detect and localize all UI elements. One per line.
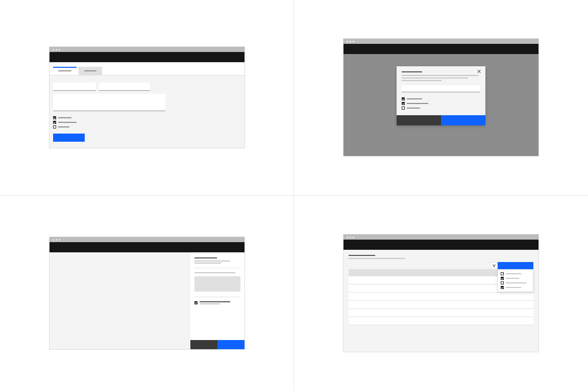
divider: [194, 268, 240, 268]
checkbox-row: [194, 301, 240, 304]
table-row[interactable]: [349, 317, 533, 325]
modal-primary-button[interactable]: [441, 115, 485, 125]
table-toolbar: [349, 262, 533, 269]
table-primary-button[interactable]: [498, 262, 533, 269]
checkbox-label: [407, 103, 428, 104]
panel-secondary-button[interactable]: [190, 340, 217, 349]
window-titlebar: [50, 47, 244, 52]
checkbox-row: [402, 97, 480, 100]
checkbox-row: [53, 125, 241, 128]
filter-option-label: [506, 273, 521, 274]
checkbox-label: [200, 301, 230, 302]
modal-dialog: [397, 66, 485, 125]
window-dot-icon: [353, 237, 354, 238]
checkbox-sublabel: [200, 303, 220, 304]
checkbox-label: [58, 126, 69, 127]
page-overlay: [344, 54, 538, 156]
window-dot-icon: [56, 239, 57, 241]
filter-option-label: [506, 282, 526, 283]
data-table-wireframe: [343, 234, 539, 352]
panel-primary-button[interactable]: [217, 340, 244, 349]
app-header: [344, 44, 538, 54]
table-row[interactable]: [349, 309, 533, 317]
text-input-1[interactable]: [53, 83, 96, 91]
tab-one[interactable]: [53, 67, 77, 75]
window-titlebar: [344, 39, 538, 44]
modal-pattern-wireframe: [343, 38, 539, 157]
modal-body-text: [402, 75, 478, 76]
window-dot-icon: [350, 41, 351, 42]
checkbox[interactable]: [53, 116, 56, 119]
checkbox-label: [407, 108, 420, 109]
filter-option-label: [506, 287, 521, 288]
checkbox-row: [402, 107, 480, 110]
checkbox[interactable]: [501, 281, 504, 284]
panel-description: [194, 260, 230, 262]
window-dot-icon: [59, 49, 60, 50]
app-header: [50, 242, 244, 252]
checkbox[interactable]: [501, 277, 504, 280]
window-titlebar: [344, 234, 538, 240]
tab-two[interactable]: [79, 67, 102, 75]
content-block: [194, 276, 240, 292]
window-dot-icon: [53, 49, 54, 50]
table-title: [349, 255, 375, 256]
window-dot-icon: [347, 237, 348, 238]
checkbox-label: [58, 122, 77, 123]
table-row[interactable]: [349, 301, 533, 309]
panel-text: [194, 272, 235, 273]
checkbox[interactable]: [402, 97, 405, 100]
checkbox[interactable]: [402, 107, 405, 110]
form-page-wireframe: [49, 46, 245, 148]
checkbox[interactable]: [194, 301, 198, 304]
checkbox[interactable]: [53, 125, 56, 128]
panel-description: [194, 263, 221, 264]
modal-secondary-button[interactable]: [397, 115, 441, 125]
filter-popover: [498, 269, 533, 292]
table-row[interactable]: [349, 293, 533, 301]
side-panel: [190, 252, 244, 349]
window-dot-icon: [350, 237, 351, 238]
app-header: [344, 240, 538, 250]
checkbox[interactable]: [53, 121, 56, 124]
checkbox[interactable]: [402, 102, 405, 105]
window-dot-icon: [59, 239, 60, 241]
filter-button[interactable]: [491, 262, 498, 269]
window-dot-icon: [347, 41, 348, 42]
checkbox-row: [53, 121, 241, 124]
checkbox[interactable]: [501, 272, 504, 275]
filter-option-label: [506, 278, 519, 279]
window-dot-icon: [53, 239, 54, 241]
page-background: [50, 252, 190, 349]
checkbox-label: [58, 117, 71, 118]
filter-icon: [493, 265, 496, 267]
checkbox[interactable]: [501, 286, 504, 289]
window-titlebar: [50, 237, 244, 242]
text-input-2[interactable]: [99, 83, 150, 91]
checkbox-row: [402, 102, 480, 105]
side-panel-wireframe: [49, 237, 245, 350]
panel-title: [194, 257, 217, 258]
table-subtitle: [349, 258, 405, 259]
modal-text-input[interactable]: [402, 85, 480, 92]
modal-body-text: [402, 80, 442, 81]
window-dot-icon: [56, 49, 57, 50]
window-dot-icon: [353, 41, 354, 42]
close-icon[interactable]: [477, 69, 481, 73]
textarea[interactable]: [53, 94, 165, 111]
modal-body-text: [402, 77, 468, 79]
modal-title: [402, 71, 422, 72]
checkbox-row: [53, 116, 241, 119]
app-header: [50, 52, 244, 62]
tabs: [50, 62, 244, 75]
divider: [194, 297, 240, 297]
form-area: [50, 75, 244, 148]
submit-button[interactable]: [53, 134, 85, 142]
checkbox-label: [407, 98, 422, 99]
